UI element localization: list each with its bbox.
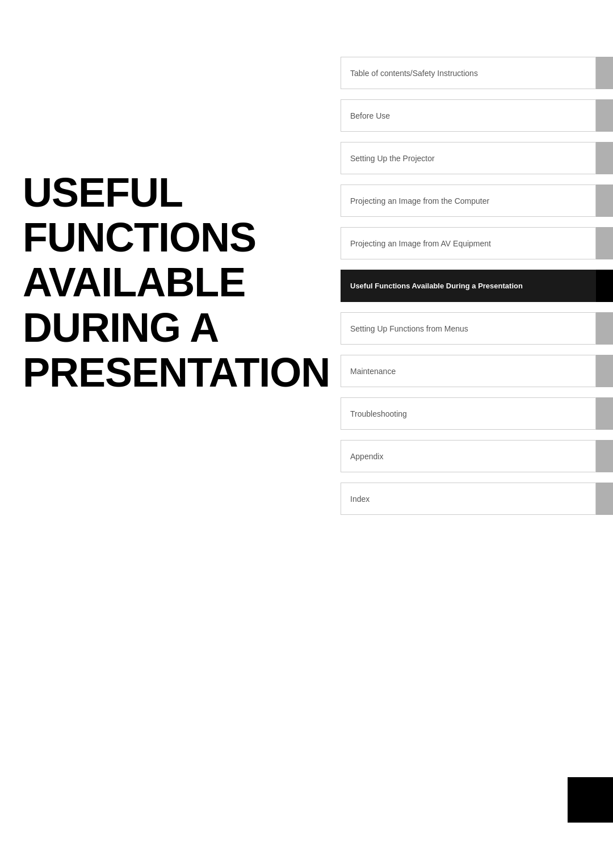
- nav-item-setting-up-menus[interactable]: Setting Up Functions from Menus: [341, 312, 613, 345]
- title-line1: USEFUL: [23, 170, 329, 215]
- title-line4: DURING A: [23, 305, 329, 350]
- nav-label-before-use: Before Use: [341, 99, 596, 132]
- nav-tab-troubleshooting: [596, 397, 613, 430]
- nav-label-projecting-computer: Projecting an Image from the Computer: [341, 184, 596, 217]
- nav-tab-projecting-av: [596, 227, 613, 259]
- nav-tab-setting-up-projector: [596, 142, 613, 174]
- nav-tab-useful-functions: [596, 270, 613, 302]
- nav-item-appendix[interactable]: Appendix: [341, 440, 613, 472]
- nav-tab-projecting-computer: [596, 184, 613, 217]
- nav-item-projecting-av[interactable]: Projecting an Image from AV Equipment: [341, 227, 613, 259]
- title-line3: AVAILABLE: [23, 260, 329, 305]
- nav-label-troubleshooting: Troubleshooting: [341, 397, 596, 430]
- nav-tab-toc: [596, 57, 613, 89]
- nav-tab-setting-up-menus: [596, 312, 613, 345]
- nav-item-maintenance[interactable]: Maintenance: [341, 355, 613, 387]
- nav-tab-index: [596, 483, 613, 515]
- nav-item-setting-up-projector[interactable]: Setting Up the Projector: [341, 142, 613, 174]
- nav-label-maintenance: Maintenance: [341, 355, 596, 387]
- nav-item-useful-functions[interactable]: Useful Functions Available During a Pres…: [341, 270, 613, 302]
- page-container: USEFUL FUNCTIONS AVAILABLE DURING A PRES…: [0, 0, 613, 868]
- nav-tab-appendix: [596, 440, 613, 472]
- nav-item-projecting-computer[interactable]: Projecting an Image from the Computer: [341, 184, 613, 217]
- nav-label-setting-up-menus: Setting Up Functions from Menus: [341, 312, 596, 345]
- nav-label-appendix: Appendix: [341, 440, 596, 472]
- title-line5: PRESENTATION: [23, 350, 329, 395]
- nav-item-troubleshooting[interactable]: Troubleshooting: [341, 397, 613, 430]
- nav-section: Table of contents/Safety InstructionsBef…: [341, 57, 613, 525]
- nav-label-useful-functions: Useful Functions Available During a Pres…: [341, 270, 596, 302]
- nav-label-toc: Table of contents/Safety Instructions: [341, 57, 596, 89]
- bottom-decoration: [568, 777, 613, 823]
- nav-tab-maintenance: [596, 355, 613, 387]
- title-line2: FUNCTIONS: [23, 215, 329, 260]
- nav-item-before-use[interactable]: Before Use: [341, 99, 613, 132]
- nav-label-index: Index: [341, 483, 596, 515]
- main-title: USEFUL FUNCTIONS AVAILABLE DURING A PRES…: [23, 170, 329, 395]
- nav-item-index[interactable]: Index: [341, 483, 613, 515]
- nav-label-projecting-av: Projecting an Image from AV Equipment: [341, 227, 596, 259]
- nav-tab-before-use: [596, 99, 613, 132]
- nav-item-toc[interactable]: Table of contents/Safety Instructions: [341, 57, 613, 89]
- nav-label-setting-up-projector: Setting Up the Projector: [341, 142, 596, 174]
